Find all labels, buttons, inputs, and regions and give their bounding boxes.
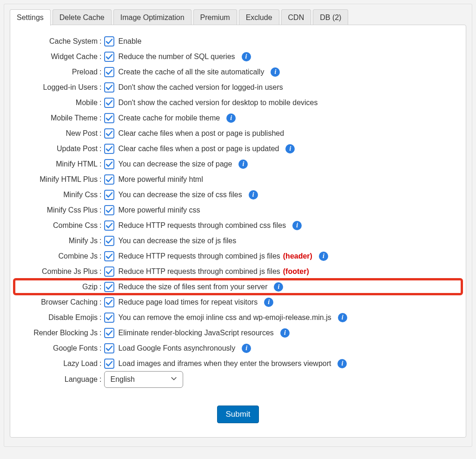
desc-minify-css: You can decrease the size of css files [118,191,242,199]
label-browser-caching: Browser Caching [16,298,99,306]
row-combine-js-plus: Combine Js Plus:Reduce HTTP requests thr… [16,264,460,279]
info-icon[interactable]: i [292,221,302,230]
checkbox-minify-html-plus[interactable] [104,174,114,185]
submit-button[interactable]: Submit [217,406,259,423]
row-browser-caching: Browser Caching:Reduce page load times f… [16,294,460,310]
checkbox-gzip[interactable] [104,282,114,292]
row-minify-css-plus: Minify Css Plus:More powerful minify css [16,202,460,218]
badge-combine-js-plus: (footer) [283,267,309,276]
desc-combine-js: Reduce HTTP requests through combined js… [118,252,280,260]
info-icon[interactable]: i [337,359,347,368]
colon: : [99,313,104,322]
colon: : [99,221,104,230]
label-cache-system: Cache System [16,37,99,46]
label-disable-emojis: Disable Emojis [16,313,99,322]
info-icon[interactable]: i [280,328,290,338]
label-minify-js: Minify Js [16,237,99,245]
desc-minify-html-plus: More powerful minify html [118,175,203,184]
colon: : [99,344,104,353]
tab-cdn[interactable]: CDN [281,9,311,26]
label-update-post: Update Post [16,145,99,153]
colon: : [99,359,104,368]
row-language: Language : English [16,371,460,388]
colon: : [99,267,104,276]
row-minify-css: Minify Css:You can decrease the size of … [16,187,460,202]
checkbox-widget-cache[interactable] [104,52,114,62]
tab-premium[interactable]: Premium [193,9,237,26]
colon: : [99,37,104,46]
info-icon[interactable]: i [338,313,347,322]
checkbox-minify-js[interactable] [104,236,114,246]
colon: : [99,114,104,122]
row-combine-js: Combine Js:Reduce HTTP requests through … [16,248,460,264]
desc-mobile: Don't show the cached version for deskto… [118,99,317,107]
colon: : [99,160,104,168]
checkbox-combine-js-plus[interactable] [104,266,114,277]
info-icon[interactable]: i [238,160,248,169]
checkbox-google-fonts[interactable] [104,343,114,353]
info-icon[interactable]: i [242,52,251,61]
label-gzip: Gzip [16,283,99,291]
info-icon[interactable]: i [226,113,236,123]
desc-gzip: Reduce the size of files sent from your … [118,283,267,291]
checkbox-browser-caching[interactable] [104,297,114,307]
row-render-blocking-js: Render Blocking Js:Eliminate render-bloc… [16,325,460,340]
label-mobile-theme: Mobile Theme [16,114,99,122]
colon: : [99,129,104,138]
info-icon[interactable]: i [271,67,280,77]
label-preload: Preload [16,68,99,76]
row-logged-in-users: Logged-in Users:Don't show the cached ve… [16,80,460,95]
checkbox-preload[interactable] [104,67,114,77]
desc-preload: Create the cache of all the site automat… [118,68,264,76]
desc-browser-caching: Reduce page load times for repeat visito… [118,298,258,306]
checkbox-minify-css-plus[interactable] [104,205,114,215]
tab-db-2[interactable]: DB (2) [313,9,348,26]
row-google-fonts: Google Fonts:Load Google Fonts asynchron… [16,340,460,356]
checkbox-new-post[interactable] [104,128,114,139]
checkbox-update-post[interactable] [104,144,114,154]
info-icon[interactable]: i [274,282,283,292]
desc-logged-in-users: Don't show the cached version for logged… [118,83,283,92]
desc-google-fonts: Load Google Fonts asynchronously [118,344,235,353]
info-icon[interactable]: i [319,252,328,261]
desc-update-post: Clear cache files when a post or page is… [118,145,279,153]
desc-minify-html: You can decrease the size of page [118,160,232,168]
label-lazy-load: Lazy Load [16,359,99,368]
tab-delete-cache[interactable]: Delete Cache [53,9,112,26]
label-widget-cache: Widget Cache [16,53,99,61]
tab-image-optimization[interactable]: Image Optimization [113,9,192,26]
tab-exclude[interactable]: Exclude [239,9,279,26]
label-combine-js-plus: Combine Js Plus [16,267,99,276]
row-new-post: New Post:Clear cache files when a post o… [16,126,460,141]
desc-widget-cache: Reduce the number of SQL queries [118,53,235,61]
desc-minify-css-plus: More powerful minify css [118,206,200,214]
checkbox-logged-in-users[interactable] [104,82,114,93]
tab-settings[interactable]: Settings [10,9,51,26]
colon: : [99,53,104,61]
checkbox-minify-css[interactable] [104,190,114,200]
desc-combine-css: Reduce HTTP requests through combined cs… [118,221,286,230]
checkbox-render-blocking-js[interactable] [104,328,114,338]
tab-bar: SettingsDelete CacheImage OptimizationPr… [10,9,466,25]
checkbox-mobile-theme[interactable] [104,113,114,123]
info-icon[interactable]: i [242,344,251,353]
info-icon[interactable]: i [285,144,295,153]
info-icon[interactable]: i [249,190,258,200]
row-lazy-load: Lazy Load:Load images and iframes when t… [16,356,460,371]
checkbox-minify-html[interactable] [104,159,114,169]
desc-lazy-load: Load images and iframes when they enter … [118,359,331,368]
label-google-fonts: Google Fonts [16,344,99,353]
checkbox-combine-js[interactable] [104,251,114,261]
checkbox-combine-css[interactable] [104,220,114,231]
checkbox-mobile[interactable] [104,98,114,108]
info-icon[interactable]: i [264,298,273,307]
colon: : [99,252,104,260]
checkbox-cache-system[interactable] [104,36,114,47]
row-minify-html-plus: Minify HTML Plus:More powerful minify ht… [16,172,460,187]
checkbox-disable-emojis[interactable] [104,313,114,323]
language-select[interactable]: English [104,371,183,388]
checkbox-lazy-load[interactable] [104,359,114,369]
label-logged-in-users: Logged-in Users [16,83,99,92]
row-update-post: Update Post:Clear cache files when a pos… [16,141,460,156]
colon: : [99,99,104,107]
